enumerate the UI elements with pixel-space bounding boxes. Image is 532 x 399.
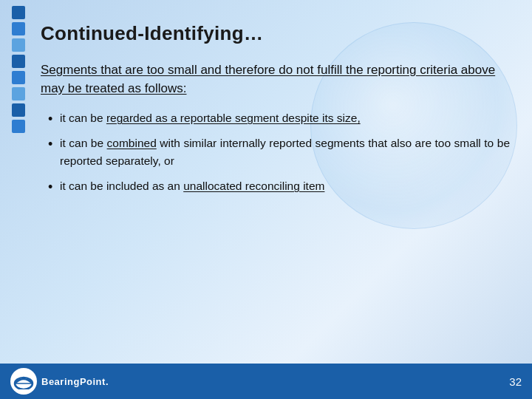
decorative-squares <box>0 0 37 399</box>
bullet-list: • it can be regarded as a reportable seg… <box>41 109 510 195</box>
slide-number: 32 <box>509 375 522 388</box>
deco-sq-7 <box>12 103 25 117</box>
bullet-dot-2: • <box>48 137 54 151</box>
bullet-text-1: it can be regarded as a reportable segme… <box>60 109 510 127</box>
bullet-item-1: • it can be regarded as a reportable seg… <box>48 109 510 127</box>
deco-sq-3 <box>12 38 25 52</box>
deco-sq-8 <box>12 120 25 133</box>
logo-area: BearingPoint. <box>10 368 109 395</box>
slide: Continued-Identifying… Segments that are… <box>0 0 532 399</box>
bullet-item-3: • it can be included as an unallocated r… <box>48 177 510 195</box>
bottom-bar: BearingPoint. 32 <box>0 364 532 399</box>
logo-circle <box>10 368 37 395</box>
brand-name: BearingPoint. <box>41 376 109 387</box>
deco-sq-5 <box>12 71 25 84</box>
logo-svg <box>13 373 34 389</box>
slide-content: Continued-Identifying… Segments that are… <box>41 22 510 362</box>
deco-sq-6 <box>12 87 25 100</box>
bullet-dot-1: • <box>48 112 54 126</box>
slide-title: Continued-Identifying… <box>41 22 510 45</box>
deco-sq-2 <box>12 22 25 35</box>
intro-paragraph: Segments that are too small and therefor… <box>41 61 510 98</box>
intro-text: Segments that are too small and therefor… <box>41 63 495 95</box>
deco-sq-4 <box>12 55 25 68</box>
deco-sq-1 <box>12 6 25 19</box>
bullet-text-2: it can be combined with similar internal… <box>60 134 510 170</box>
bullet-item-2: • it can be combined with similar intern… <box>48 134 510 170</box>
bullet-dot-3: • <box>48 180 54 194</box>
bullet-text-3: it can be included as an unallocated rec… <box>60 177 510 195</box>
